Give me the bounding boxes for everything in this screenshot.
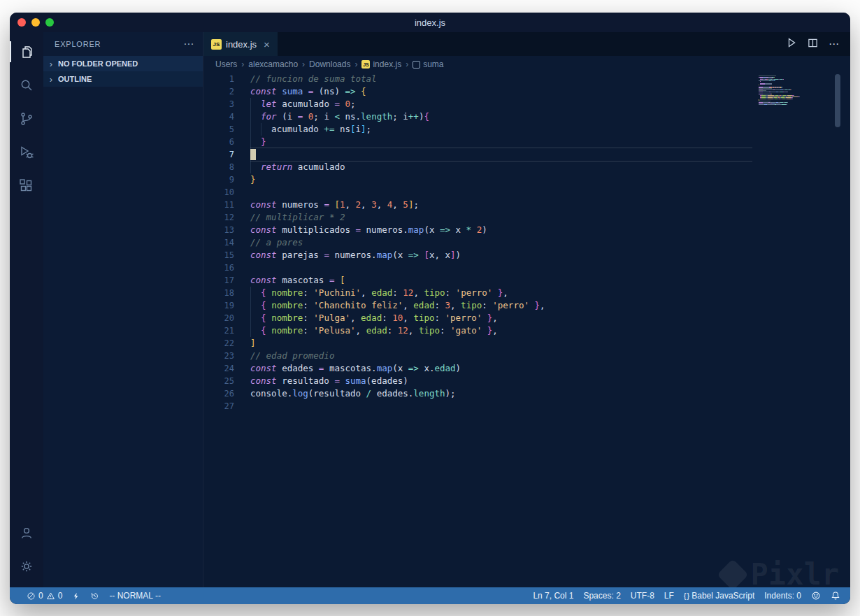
indent-guide: [250, 161, 251, 173]
breadcrumb[interactable]: Users›alexcamacho›Downloads›JSindex.js›s…: [203, 56, 850, 73]
indent-guide: [250, 312, 251, 324]
code-line[interactable]: 27: [203, 400, 850, 413]
code-line[interactable]: 21 { nombre: 'Pelusa', edad: 12, tipo: '…: [203, 324, 850, 337]
line-number: 24: [203, 362, 234, 375]
code-line[interactable]: 19 { nombre: 'Chanchito feliz', edad: 3,…: [203, 299, 850, 312]
notifications-bell-button[interactable]: [831, 591, 840, 601]
scrollbar-thumb[interactable]: [835, 74, 840, 127]
split-editor-button[interactable]: [808, 38, 818, 51]
activity-run-debug-button[interactable]: [10, 136, 43, 169]
code-line[interactable]: 5 acumulado += ns[i];: [203, 123, 850, 136]
accounts-button[interactable]: [10, 516, 43, 550]
activity-search-button[interactable]: [10, 69, 43, 102]
code-line[interactable]: 11const numeros = [1, 2, 3, 4, 5];: [203, 199, 850, 211]
sidebar-more-actions-button[interactable]: ⋯: [183, 38, 194, 50]
line-number: 17: [203, 274, 234, 287]
breadcrumb-item[interactable]: alexcamacho: [248, 59, 298, 69]
status-right: Ln 7, Col 1Spaces: 2UTF-8LF{ }Babel Java…: [533, 591, 801, 601]
status-eol[interactable]: LF: [664, 591, 674, 601]
status-language-mode[interactable]: { }Babel JavaScript: [684, 591, 754, 601]
code-line[interactable]: 25const resultado = suma(edades): [203, 375, 850, 387]
code-line[interactable]: 4 for (i = 0; i < ns.length; i++){: [203, 110, 850, 123]
line-number: 9: [203, 173, 234, 186]
breadcrumb-item[interactable]: JSindex.js: [361, 59, 401, 69]
feedback-button[interactable]: [811, 591, 821, 601]
settings-button[interactable]: [10, 550, 43, 583]
bell-icon: [831, 591, 840, 601]
code-line[interactable]: 9}: [203, 173, 850, 186]
status-indentation[interactable]: Spaces: 2: [583, 591, 620, 601]
activity-extensions-button[interactable]: [10, 169, 43, 203]
code-line[interactable]: 15const parejas = numeros.map(x => [x, x…: [203, 249, 850, 262]
breadcrumb-item[interactable]: Downloads: [309, 59, 350, 69]
code-line[interactable]: 3 let acumulado = 0;: [203, 98, 850, 110]
tab-index-js[interactable]: JS index.js ×: [203, 32, 278, 56]
vim-mode-indicator[interactable]: -- NORMAL --: [109, 591, 161, 601]
line-number: 25: [203, 375, 234, 387]
split-editor-icon: [808, 38, 818, 48]
indent-guide: [261, 123, 261, 136]
code-line[interactable]: 8 return acumulado: [203, 161, 850, 173]
code-editor[interactable]: 1// funcion de suma total2const suma = (…: [203, 73, 850, 587]
activity-source-control-button[interactable]: [10, 102, 43, 136]
line-number: 11: [203, 199, 234, 211]
section-no-folder-opened[interactable]: › NO FOLDER OPENED: [43, 56, 203, 71]
code-line[interactable]: 26console.log(resultado / edades.length)…: [203, 387, 850, 400]
line-number: 1: [203, 73, 234, 85]
code-line[interactable]: 16: [203, 262, 850, 274]
code-line[interactable]: 13const multiplicados = numeros.map(x =>…: [203, 224, 850, 236]
line-number: 21: [203, 324, 234, 337]
code-line[interactable]: 17const mascotas = [: [203, 274, 850, 287]
minimize-window-button[interactable]: [31, 18, 40, 27]
line-number: 22: [203, 337, 234, 350]
code-line[interactable]: 18 { nombre: 'Puchini', edad: 12, tipo: …: [203, 287, 850, 299]
problems-indicator[interactable]: 0 0: [27, 591, 62, 601]
zap-button[interactable]: [72, 592, 80, 601]
explorer-sidebar: EXPLORER ⋯ › NO FOLDER OPENED › OUTLINE: [43, 32, 203, 587]
indent-guide: [250, 110, 251, 123]
line-number: 15: [203, 249, 234, 262]
line-number: 10: [203, 186, 234, 199]
feedback-icon: [811, 591, 821, 601]
code-line[interactable]: 7: [203, 148, 850, 161]
code-lines: 1// funcion de suma total2const suma = (…: [203, 73, 850, 413]
status-encoding[interactable]: UTF-8: [631, 591, 654, 601]
chevron-right-icon: ›: [46, 74, 56, 85]
status-bar: 0 0 -- NORMAL -- Ln 7, Col 1Spaces: 2UTF…: [10, 587, 850, 604]
window-title: index.js: [10, 17, 850, 28]
history-button[interactable]: [90, 592, 99, 601]
minimap[interactable]: [759, 76, 815, 106]
play-icon: [786, 37, 797, 48]
code-line[interactable]: 2const suma = (ns) => {: [203, 85, 850, 98]
activity-explorer-button[interactable]: [10, 35, 43, 69]
indent-guide: [250, 123, 251, 136]
section-outline[interactable]: › OUTLINE: [43, 71, 203, 87]
code-line[interactable]: 12// multiplicar * 2: [203, 211, 850, 224]
code-line[interactable]: 22]: [203, 337, 850, 350]
code-line[interactable]: 1// funcion de suma total: [203, 73, 850, 85]
code-line[interactable]: 23// edad promedio: [203, 350, 850, 362]
indent-guide: [250, 299, 251, 312]
close-tab-icon[interactable]: ×: [264, 39, 270, 50]
line-number: 12: [203, 211, 234, 224]
error-count: 0: [38, 591, 43, 601]
close-window-button[interactable]: [17, 18, 26, 27]
code-line[interactable]: 6 }: [203, 136, 850, 148]
code-line[interactable]: 10: [203, 186, 850, 199]
sidebar-title: EXPLORER: [55, 40, 101, 48]
code-line[interactable]: 20 { nombre: 'Pulga', edad: 10, tipo: 'p…: [203, 312, 850, 324]
code-line[interactable]: 24const edades = mascotas.map(x => x.eda…: [203, 362, 850, 375]
code-line[interactable]: 14// a pares: [203, 236, 850, 249]
breadcrumb-item[interactable]: suma: [413, 59, 443, 69]
status-cursor-position[interactable]: Ln 7, Col 1: [533, 591, 573, 601]
title-bar[interactable]: index.js: [10, 13, 850, 32]
line-number: 13: [203, 224, 234, 236]
editor-more-actions-button[interactable]: ⋯: [829, 38, 840, 50]
line-number: 2: [203, 85, 234, 98]
status-indents[interactable]: Indents: 0: [764, 591, 801, 601]
line-number: 18: [203, 287, 234, 299]
run-button[interactable]: [786, 37, 797, 51]
breadcrumb-item[interactable]: Users: [215, 59, 237, 69]
zoom-window-button[interactable]: [45, 18, 54, 27]
history-icon: [90, 592, 99, 601]
